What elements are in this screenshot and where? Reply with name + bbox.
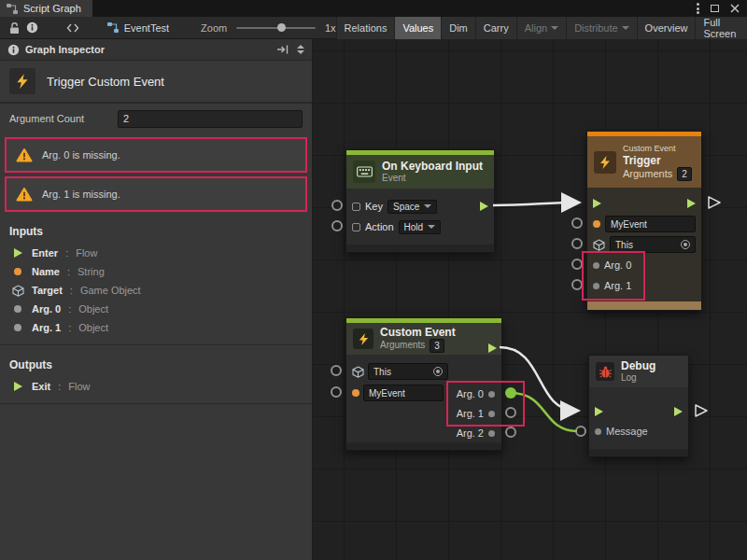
flow-output-port[interactable]: [480, 202, 488, 211]
flow-input-port[interactable]: [595, 407, 603, 416]
warning-arg1-missing: Arg. 1 is missing.: [5, 176, 307, 212]
target-value: This: [374, 367, 391, 377]
cube-icon[interactable]: [352, 366, 364, 378]
node-debug-log[interactable]: Debug Log Message: [588, 355, 689, 457]
maximize-icon[interactable]: [711, 5, 719, 12]
inspector-title: Graph Inspector: [25, 44, 105, 55]
port-name: Arg. 0: [32, 303, 61, 315]
input-row-arg1: Arg. 1 : Object: [0, 318, 312, 337]
flow-output-port[interactable]: [687, 199, 696, 208]
string-port-icon[interactable]: [593, 220, 600, 228]
event-name-row: MyEvent: [587, 214, 701, 234]
flow-continue-arrow-icon: [709, 197, 720, 208]
values-button[interactable]: Values: [394, 17, 441, 39]
inputs-section: Inputs Enter : Flow Name : String: [0, 212, 312, 345]
arg1-row: Arg. 1: [432, 406, 498, 421]
asset-selector[interactable]: EventTest: [106, 21, 169, 34]
argument-count-label: Argument Count: [9, 113, 84, 124]
full-screen-button[interactable]: Full Screen: [695, 17, 747, 39]
zoom-slider[interactable]: [236, 27, 316, 29]
close-icon[interactable]: [730, 4, 740, 13]
warning-icon: [16, 147, 33, 162]
port-connected-arg0[interactable]: [505, 387, 516, 399]
port-ring-receiver-target[interactable]: [331, 365, 342, 376]
string-port-icon: [14, 268, 21, 275]
chevron-down-icon: [622, 26, 629, 30]
relations-button[interactable]: Relations: [336, 17, 395, 39]
graph-canvas[interactable]: On Keyboard Input Event Key Space: [313, 39, 747, 560]
code-icon[interactable]: [64, 18, 82, 38]
overview-button[interactable]: Overview: [637, 17, 696, 39]
dim-button[interactable]: Dim: [441, 17, 475, 39]
node-custom-event[interactable]: Custom Event Arguments 3 This: [345, 317, 502, 451]
object-picker-icon[interactable]: [681, 240, 690, 249]
node-title: On Keyboard Input: [382, 160, 483, 173]
zoom-slider-handle[interactable]: [277, 23, 286, 32]
target-value: This: [615, 240, 633, 250]
input-row-enter: Enter : Flow: [0, 244, 312, 262]
window-menu-kebab-icon[interactable]: [697, 2, 699, 16]
port-ring-trigger-target[interactable]: [571, 238, 583, 249]
port-type: String: [78, 266, 105, 277]
input-row-target: Target : Game Object: [0, 281, 312, 300]
target-field[interactable]: This: [368, 363, 448, 380]
align-button[interactable]: Align: [516, 17, 566, 39]
tab-script-graph[interactable]: Script Graph: [0, 0, 92, 17]
target-row: This: [587, 234, 701, 255]
flow-port-icon: [14, 382, 22, 391]
zoom-value: 1x: [325, 22, 336, 34]
port-ring-trigger-arg1[interactable]: [571, 279, 583, 290]
separator: :: [68, 303, 71, 315]
outputs-section: Outputs Exit : Flow: [0, 345, 312, 404]
node-trigger-custom-event[interactable]: Custom Event Trigger Arguments 2 MyEve: [586, 131, 702, 311]
port-ring-message[interactable]: [575, 426, 586, 437]
asset-graph-icon: [106, 21, 120, 34]
lock-icon[interactable]: [6, 18, 23, 38]
port-ring-receiver-name[interactable]: [331, 386, 342, 398]
object-picker-icon[interactable]: [433, 367, 443, 376]
port-name: Enter: [32, 247, 58, 259]
distribute-button[interactable]: Distribute: [566, 17, 636, 39]
separator: :: [68, 322, 71, 333]
argument-count-badge: 2: [677, 167, 692, 181]
object-port-icon[interactable]: [488, 430, 495, 437]
target-field[interactable]: This: [610, 236, 696, 253]
port-ring-trigger-name[interactable]: [571, 217, 583, 229]
distribute-label: Distribute: [574, 22, 617, 34]
port-ring-receiver-arg1[interactable]: [505, 407, 516, 418]
keyboard-icon: [353, 161, 375, 183]
flow-output-port[interactable]: [674, 407, 683, 416]
flow-wire-keyboard-to-trigger: [493, 203, 577, 205]
key-dropdown[interactable]: Space: [388, 200, 437, 214]
arg0-row: Arg. 0: [432, 386, 498, 401]
flow-continue-arrow-icon: [696, 405, 707, 416]
argument-count-field[interactable]: 2: [118, 110, 303, 128]
port-ring-key[interactable]: [331, 200, 343, 211]
object-port-icon[interactable]: [593, 283, 599, 289]
presets-stepper-icon[interactable]: [297, 45, 304, 54]
flow-input-port[interactable]: [593, 199, 601, 208]
string-port-icon[interactable]: [352, 389, 359, 397]
cube-icon[interactable]: [593, 239, 605, 251]
port-ring-action[interactable]: [331, 220, 343, 231]
object-port-icon[interactable]: [593, 262, 599, 269]
port-ring-receiver-arg2[interactable]: [505, 427, 516, 438]
carry-button[interactable]: Carry: [475, 17, 516, 39]
dock-panel-icon[interactable]: [276, 43, 289, 56]
window-controls: [697, 0, 747, 17]
node-footer: [346, 442, 501, 450]
port-type: Object: [78, 303, 108, 315]
object-port-icon[interactable]: [488, 391, 495, 398]
action-dropdown[interactable]: Hold: [399, 220, 442, 234]
inspected-unit-header: Trigger Custom Event: [0, 61, 312, 104]
port-type: Flow: [68, 381, 90, 392]
port-name: Exit: [32, 381, 50, 392]
arg-label: Arg. 0: [604, 259, 631, 271]
port-ring-trigger-arg0[interactable]: [571, 259, 583, 270]
info-icon[interactable]: [23, 18, 41, 38]
object-port-icon[interactable]: [488, 411, 495, 417]
event-name-field[interactable]: MyEvent: [605, 216, 696, 232]
object-port-icon[interactable]: [595, 428, 601, 435]
flow-output-port[interactable]: [488, 343, 497, 353]
node-on-keyboard-input[interactable]: On Keyboard Input Event Key Space: [345, 149, 495, 253]
